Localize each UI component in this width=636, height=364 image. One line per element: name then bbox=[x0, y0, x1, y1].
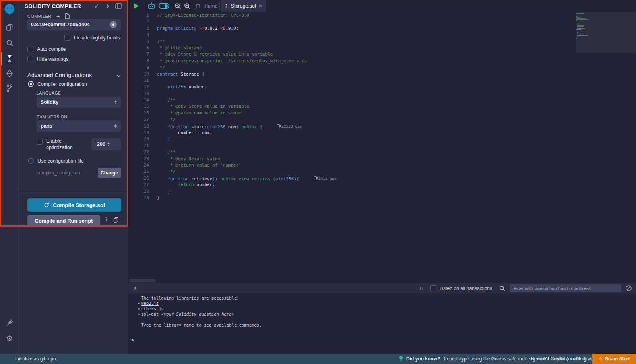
listen-transactions-label[interactable]: Listen on all transactions bbox=[440, 286, 492, 291]
ai-copilot-button[interactable] bbox=[146, 0, 157, 12]
zoom-in-button[interactable] bbox=[182, 0, 192, 12]
code-line[interactable]: 19 number = num; bbox=[128, 130, 572, 136]
terminal-collapse-icon[interactable]: » bbox=[132, 286, 138, 291]
close-tab-icon[interactable]: × bbox=[259, 3, 262, 9]
zoom-out-button[interactable] bbox=[173, 0, 182, 12]
language-label: LANGUAGE bbox=[37, 91, 61, 95]
code-line[interactable]: 26 function retrieve() public view retur… bbox=[128, 175, 572, 182]
include-nightly-label[interactable]: Include nightly builds bbox=[74, 35, 120, 41]
code-line[interactable]: 10contract Storage { bbox=[128, 71, 572, 77]
code-area[interactable]: 1// SPDX-License-Identifier: GPL-3.023pr… bbox=[128, 12, 572, 201]
code-line[interactable]: 20 } bbox=[128, 136, 572, 142]
minimap-slider[interactable] bbox=[576, 12, 636, 53]
code-line[interactable]: 12 uint256 number; bbox=[128, 84, 572, 90]
git-init-button[interactable]: Initialize as git repo bbox=[15, 354, 56, 364]
solidity-compiler-panel: SOLIDITY COMPILER ✓ COMPILER + 0.8.19+co… bbox=[19, 0, 128, 354]
compiler-configuration-label[interactable]: Compiler configuration bbox=[37, 81, 87, 87]
hide-warnings-label[interactable]: Hide warnings bbox=[37, 56, 68, 62]
solidity-compiler-icon bbox=[6, 54, 13, 63]
sidebar-item-solidity-compiler[interactable] bbox=[0, 53, 19, 64]
code-line[interactable]: 16 * @param num value to store bbox=[128, 110, 572, 116]
code-line[interactable]: 21 bbox=[128, 143, 572, 149]
sidebar-item-git[interactable] bbox=[0, 83, 19, 93]
transaction-filter-input[interactable] bbox=[510, 284, 621, 292]
compiler-configuration-radio[interactable] bbox=[28, 81, 34, 87]
use-configuration-file-radio[interactable] bbox=[28, 158, 34, 164]
terminal-link[interactable]: ethers.js bbox=[141, 306, 164, 311]
run-script-button[interactable] bbox=[131, 0, 142, 12]
sidebar-item-deploy-run[interactable] bbox=[0, 69, 19, 78]
terminal-prompt[interactable]: > bbox=[131, 337, 134, 343]
open-file-icon[interactable] bbox=[64, 13, 70, 19]
hide-warnings-checkbox[interactable] bbox=[27, 56, 33, 62]
scam-alert-badge[interactable]: ⚠ Scam Alert bbox=[592, 354, 636, 364]
code-line[interactable]: 9 */ bbox=[128, 64, 572, 71]
line-number: 16 bbox=[128, 110, 149, 116]
code-line[interactable]: 6 * @title Storage bbox=[128, 45, 572, 51]
listen-transactions-checkbox[interactable] bbox=[430, 285, 436, 291]
code-line[interactable]: 17 */ bbox=[128, 116, 572, 123]
run-aux-icons: i bbox=[105, 217, 118, 223]
code-editor[interactable]: 1// SPDX-License-Identifier: GPL-3.023pr… bbox=[128, 12, 636, 283]
minimap[interactable] bbox=[576, 12, 636, 283]
copilot-toggle[interactable] bbox=[157, 0, 170, 12]
code-line[interactable]: 24 * @return value of 'number' bbox=[128, 162, 572, 168]
tab-storage-sol[interactable]: Storage.sol × bbox=[221, 0, 266, 12]
remix-logo[interactable] bbox=[0, 2, 19, 17]
git-branch-icon bbox=[6, 84, 13, 93]
optimization-runs-input[interactable]: 200 bbox=[91, 138, 121, 150]
auto-compile-label[interactable]: Auto compile bbox=[37, 46, 66, 52]
sidebar-item-search[interactable] bbox=[0, 38, 19, 48]
code-line[interactable]: 3pragma solidity >=0.8.2 <0.9.0; bbox=[128, 25, 572, 32]
sidebar-item-plugin-manager[interactable] bbox=[0, 318, 19, 328]
compiler-version-select[interactable]: 0.8.19+commit.7dd6d404 bbox=[27, 19, 121, 30]
compile-button[interactable]: Compile Storage.sol bbox=[27, 198, 121, 212]
code-line[interactable]: 22 /** bbox=[128, 149, 572, 155]
code-line[interactable]: 11 bbox=[128, 77, 572, 84]
enable-optimization-checkbox[interactable] bbox=[37, 139, 43, 145]
chevron-right-icon[interactable] bbox=[105, 4, 109, 8]
code-line[interactable]: 15 * @dev Store value in variable bbox=[128, 103, 572, 110]
code-line[interactable]: 8 * @custom:dev-run-script ./scripts/dep… bbox=[128, 58, 572, 64]
horizontal-scrollbar-thumb[interactable] bbox=[129, 279, 155, 282]
code-line[interactable]: 1// SPDX-License-Identifier: GPL-3.0 bbox=[128, 12, 572, 19]
info-icon[interactable]: i bbox=[105, 217, 108, 223]
compiler-section-label: COMPILER bbox=[27, 14, 52, 19]
clear-console-icon[interactable] bbox=[625, 285, 632, 292]
split-panel-icon[interactable] bbox=[115, 3, 122, 9]
include-nightly-checkbox[interactable] bbox=[64, 35, 70, 41]
code-line[interactable]: 23 * @dev Return value bbox=[128, 156, 572, 162]
auto-compile-checkbox[interactable] bbox=[27, 46, 33, 52]
code-line[interactable]: 29} bbox=[128, 195, 572, 201]
tab-home[interactable]: Home bbox=[192, 0, 221, 12]
evm-version-select[interactable]: paris bbox=[37, 120, 121, 132]
code-line[interactable]: 7 * @dev Store & retrieve value in a var… bbox=[128, 51, 572, 58]
use-configuration-file-label[interactable]: Use configuration file bbox=[37, 158, 84, 164]
compile-and-run-button[interactable]: Compile and Run script bbox=[27, 215, 100, 226]
code-line[interactable]: 2 bbox=[128, 19, 572, 25]
code-line[interactable]: 18 function store(uint256 num) public {2… bbox=[128, 123, 572, 130]
change-config-button[interactable]: Change bbox=[98, 168, 121, 178]
sidebar-item-settings[interactable]: ⚙ bbox=[0, 333, 19, 343]
terminal-output[interactable]: The following libraries are accessible:•… bbox=[128, 294, 636, 354]
code-line[interactable]: 27 return number; bbox=[128, 182, 572, 188]
play-icon bbox=[134, 3, 139, 9]
sidebar-item-file-explorer[interactable] bbox=[0, 23, 19, 32]
add-compiler-icon[interactable]: + bbox=[56, 13, 60, 19]
language-select[interactable]: Solidity bbox=[37, 97, 121, 108]
separator bbox=[266, 2, 266, 10]
nightly-builds-row: Include nightly builds bbox=[64, 35, 120, 41]
enable-optimization-label[interactable]: Enable optimization bbox=[46, 138, 80, 151]
code-line[interactable]: 5/** bbox=[128, 39, 572, 45]
refresh-icon bbox=[44, 202, 49, 208]
code-line[interactable]: 28 } bbox=[128, 188, 572, 195]
code-line[interactable]: 25 */ bbox=[128, 168, 572, 175]
copy-icon[interactable] bbox=[113, 217, 118, 223]
advanced-configurations-header[interactable]: Advanced Configurations bbox=[27, 72, 120, 78]
code-line[interactable]: 4 bbox=[128, 32, 572, 38]
copilot-status[interactable]: RemixAI Copilot (enabled) bbox=[531, 354, 587, 364]
code-line[interactable]: 14 /** bbox=[128, 97, 572, 103]
code-line[interactable]: 13 bbox=[128, 91, 572, 97]
line-number: 9 bbox=[128, 64, 149, 71]
terminal-link[interactable]: web3.js bbox=[141, 301, 159, 306]
